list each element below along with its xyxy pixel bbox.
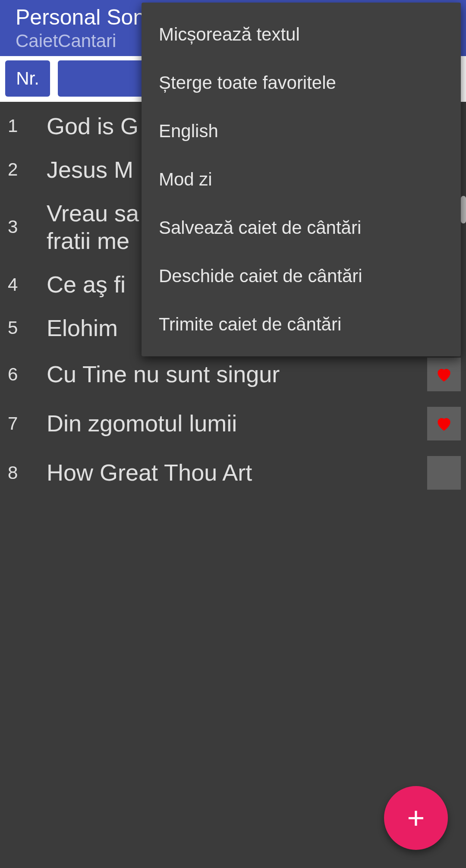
- add-button[interactable]: +: [384, 786, 448, 850]
- favorite-button[interactable]: [427, 456, 461, 490]
- song-title: How Great Thou Art: [47, 459, 424, 487]
- list-item[interactable]: 6 Cu Tine nu sunt singur: [0, 350, 466, 399]
- favorite-button[interactable]: [427, 358, 461, 391]
- song-index: 6: [8, 364, 47, 385]
- song-index: 1: [8, 116, 47, 136]
- song-index: 2: [8, 159, 47, 180]
- favorite-button[interactable]: [427, 407, 461, 440]
- column-header-nr[interactable]: Nr.: [5, 60, 50, 97]
- menu-item-day-mode[interactable]: Mod zi: [142, 155, 461, 204]
- song-index: 7: [8, 413, 47, 434]
- song-title: Din zgomotul lumii: [47, 409, 424, 437]
- list-item[interactable]: 7 Din zgomotul lumii: [0, 399, 466, 448]
- song-index: 3: [8, 217, 47, 237]
- menu-item-decrease-text[interactable]: Micșorează textul: [142, 10, 461, 59]
- menu-item-save-songbook[interactable]: Salvează caiet de cântări: [142, 204, 461, 252]
- list-item[interactable]: 8 How Great Thou Art: [0, 448, 466, 497]
- plus-icon: +: [407, 803, 425, 833]
- song-title: Cu Tine nu sunt singur: [47, 360, 424, 388]
- heart-icon: [435, 414, 453, 433]
- heart-icon: [435, 365, 453, 384]
- menu-item-send-songbook[interactable]: Trimite caiet de cântări: [142, 300, 461, 349]
- menu-item-english[interactable]: English: [142, 107, 461, 155]
- song-index: 4: [8, 274, 47, 295]
- scrollbar[interactable]: [461, 196, 466, 223]
- menu-item-clear-favorites[interactable]: Șterge toate favoritele: [142, 59, 461, 107]
- song-index: 5: [8, 318, 47, 338]
- song-index: 8: [8, 462, 47, 483]
- menu-item-open-songbook[interactable]: Deschide caiet de cântări: [142, 252, 461, 300]
- overflow-menu: Micșorează textul Șterge toate favoritel…: [142, 3, 461, 356]
